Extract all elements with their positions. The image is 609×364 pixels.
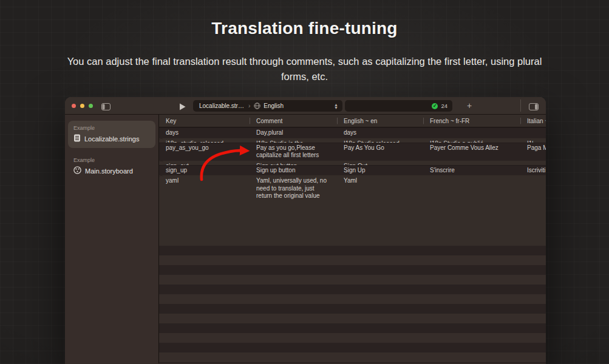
app-window: Localizable.str… › English ▲▼ ✓ 24 + Exa… <box>65 97 546 364</box>
cell-italian[interactable] <box>520 128 546 138</box>
status-field: ✓ 24 <box>345 100 452 112</box>
sidebar-item-label: Localizable.strings <box>84 135 140 143</box>
sidebar: Example Localizable.strings Example Main… <box>65 115 159 363</box>
minimize-window-button[interactable] <box>80 104 84 108</box>
window-titlebar: Localizable.str… › English ▲▼ ✓ 24 + <box>65 97 546 115</box>
cell-italian[interactable]: Iscriviti <box>520 166 546 176</box>
zoom-window-button[interactable] <box>89 104 93 108</box>
cell-french[interactable] <box>423 128 520 138</box>
table-row[interactable]: i18n_studio_released I18n Studio is the … <box>159 138 163 143</box>
sidebar-item-label: Main.storyboard <box>85 167 133 175</box>
cell-english[interactable]: Pay As You Go <box>337 143 423 161</box>
page-title: Translation fine-tuning <box>0 19 609 38</box>
column-header-comment[interactable]: Comment <box>250 118 337 124</box>
cell-key[interactable]: yaml <box>159 176 250 201</box>
cell-italian[interactable] <box>520 176 533 201</box>
cell-french[interactable] <box>423 176 520 201</box>
column-header-italian[interactable]: Italian ~ it <box>520 118 546 124</box>
toolbar-divider <box>520 99 521 112</box>
translation-status-badge: ✓ 24 <box>432 103 447 109</box>
check-circle-icon: ✓ <box>432 103 438 109</box>
sidebar-item-main-storyboard[interactable]: Example Main.storyboard <box>68 153 155 180</box>
strings-file-icon <box>73 134 81 143</box>
cell-english[interactable]: days <box>337 128 423 138</box>
column-header-french[interactable]: French ~ fr-FR <box>423 118 520 124</box>
column-header-english[interactable]: English ~ en <box>337 118 423 124</box>
breadcrumb-file[interactable]: Localizable.str… <box>199 103 244 109</box>
sidebar-section-label: Example <box>73 157 151 163</box>
empty-rows-stripes <box>159 246 546 364</box>
cell-comment[interactable]: Day,plural <box>250 128 337 138</box>
globe-icon <box>254 103 260 109</box>
add-button[interactable]: + <box>467 101 472 110</box>
storyboard-icon <box>73 166 81 175</box>
sidebar-toggle-icon[interactable] <box>101 102 111 113</box>
column-header-key[interactable]: Key <box>159 118 250 124</box>
cell-key[interactable]: days <box>159 128 250 138</box>
table-row[interactable]: sign_up Sign up button Sign Up S'inscrir… <box>159 165 546 176</box>
popup-stepper-icon[interactable]: ▲▼ <box>334 103 338 109</box>
table-row[interactable]: pay_as_you_go Pay as you go,Please capit… <box>159 143 546 161</box>
chevron-right-icon: › <box>248 103 250 109</box>
breadcrumb-language[interactable]: English <box>264 103 284 109</box>
cell-key[interactable]: pay_as_you_go <box>159 143 250 161</box>
play-icon[interactable] <box>179 102 186 113</box>
sidebar-section-label: Example <box>73 125 151 131</box>
cell-comment[interactable]: Sign up button <box>250 166 337 176</box>
inspector-toggle-icon[interactable] <box>529 102 539 113</box>
status-count: 24 <box>441 103 447 109</box>
close-window-button[interactable] <box>72 104 76 108</box>
cell-comment[interactable]: Yaml, universally used, no need to trans… <box>250 176 337 201</box>
table-row[interactable]: yaml Yaml, universally used, no need to … <box>159 175 163 180</box>
cell-french[interactable]: S'inscrire <box>423 166 520 176</box>
page-subtitle: You can adjust the final translation res… <box>62 54 548 84</box>
cell-french[interactable]: Payer Comme Vous Allez <box>423 143 520 161</box>
translation-table: Key Comment English ~ en French ~ fr-FR … <box>159 115 546 363</box>
cell-comment[interactable]: Pay as you go,Please capitalize all firs… <box>250 143 337 161</box>
file-language-popup[interactable]: Localizable.str… › English ▲▼ <box>193 100 342 112</box>
cell-key[interactable]: sign_up <box>159 166 250 176</box>
cell-italian[interactable]: Paga Mentre <box>520 143 546 161</box>
traffic-lights <box>72 104 93 108</box>
cell-english[interactable]: Yaml <box>337 176 423 201</box>
cell-english[interactable]: Sign Up <box>337 166 423 176</box>
sidebar-item-localizable-strings[interactable]: Example Localizable.strings <box>68 121 155 148</box>
table-row[interactable]: sign_out Sign out button Sign Out <box>159 161 163 165</box>
table-body: days Day,plural days i18n_studio_release… <box>159 127 546 246</box>
table-header: Key Comment English ~ en French ~ fr-FR … <box>159 115 546 127</box>
table-row[interactable]: days Day,plural days <box>159 127 546 138</box>
